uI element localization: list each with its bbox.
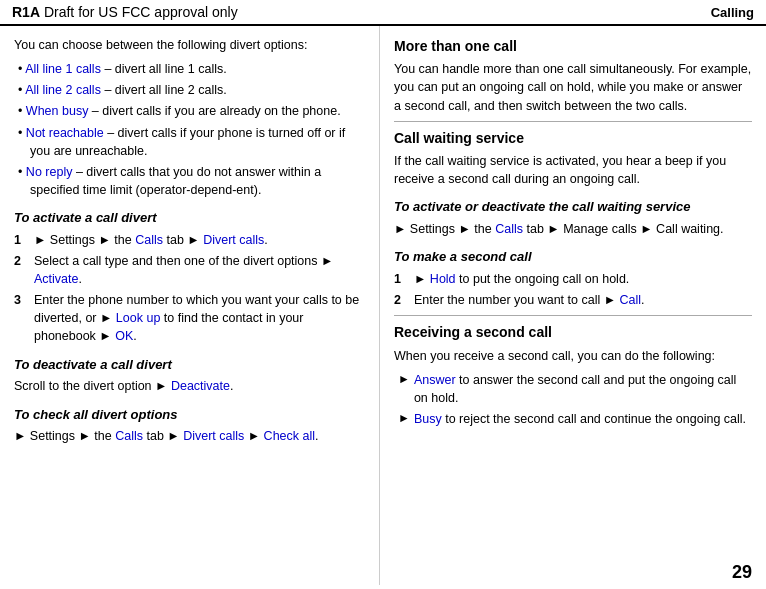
activate-heading: To activate a call divert <box>14 209 365 228</box>
arrow-icon-2: ► <box>398 410 410 427</box>
deactivate-heading: To deactivate a call divert <box>14 356 365 375</box>
second-call-heading: To make a second call <box>394 248 752 267</box>
option-label-5: No reply <box>26 165 73 179</box>
main-content: You can choose between the following div… <box>0 26 766 585</box>
option-label-1: All line 1 calls <box>25 62 101 76</box>
call-waiting-text: If the call waiting service is activated… <box>394 152 752 188</box>
divider-1 <box>394 121 752 122</box>
list-item: When busy – divert calls if you are alre… <box>18 102 365 120</box>
step-3: 3 Enter the phone number to which you wa… <box>14 291 365 345</box>
divider-2 <box>394 315 752 316</box>
activate-steps: 1 ► Settings ► the Calls tab ► Divert ca… <box>14 231 365 346</box>
step-2: 2 Select a call type and then one of the… <box>14 252 365 288</box>
option-text-5: – divert calls that you do not answer wi… <box>30 165 321 197</box>
activate-deactivate-heading: To activate or deactivate the call waiti… <box>394 198 752 217</box>
left-column: You can choose between the following div… <box>0 26 380 585</box>
second-step-1: 1 ► Hold to put the ongoing call on hold… <box>394 270 752 288</box>
check-text: ► Settings ► the Calls tab ► Divert call… <box>14 427 365 445</box>
list-item: All line 2 calls – divert all line 2 cal… <box>18 81 365 99</box>
section-label: Calling <box>711 5 754 20</box>
brand-label: R1A <box>12 4 40 20</box>
options-list: All line 1 calls – divert all line 1 cal… <box>14 60 365 199</box>
receiving-text: When you receive a second call, you can … <box>394 347 752 365</box>
subtitle-label: Draft for US FCC approval only <box>40 4 238 20</box>
arrow-icon-1: ► <box>398 371 410 388</box>
list-item: Not reachable – divert calls if your pho… <box>18 124 365 160</box>
step-1: 1 ► Settings ► the Calls tab ► Divert ca… <box>14 231 365 249</box>
second-call-steps: 1 ► Hold to put the ongoing call on hold… <box>394 270 752 309</box>
activate-deactivate-text: ► Settings ► the Calls tab ► Manage call… <box>394 220 752 238</box>
option-text-2: – divert all line 2 calls. <box>101 83 227 97</box>
header-title: R1A Draft for US FCC approval only <box>12 4 238 20</box>
more-heading: More than one call <box>394 36 752 56</box>
second-step-2: 2 Enter the number you want to call ► Ca… <box>394 291 752 309</box>
list-item: No reply – divert calls that you do not … <box>18 163 365 199</box>
receiving-option-1: ► Answer to answer the second call and p… <box>398 371 752 407</box>
page-number: 29 <box>732 562 752 583</box>
intro-text: You can choose between the following div… <box>14 36 365 54</box>
option-label-3: When busy <box>26 104 89 118</box>
page-header: R1A Draft for US FCC approval only Calli… <box>0 0 766 26</box>
option-text-1: – divert all line 1 calls. <box>101 62 227 76</box>
call-waiting-heading: Call waiting service <box>394 128 752 148</box>
deactivate-text: Scroll to the divert option ► Deactivate… <box>14 377 365 395</box>
receiving-option-2: ► Busy to reject the second call and con… <box>398 410 752 428</box>
receiving-heading: Receiving a second call <box>394 322 752 342</box>
option-label-2: All line 2 calls <box>25 83 101 97</box>
option-label-4: Not reachable <box>26 126 104 140</box>
more-text: You can handle more than one call simult… <box>394 60 752 114</box>
right-column: More than one call You can handle more t… <box>380 26 766 585</box>
option-text-3: – divert calls if you are already on the… <box>88 104 340 118</box>
list-item: All line 1 calls – divert all line 1 cal… <box>18 60 365 78</box>
check-heading: To check all divert options <box>14 406 365 425</box>
receiving-options: ► Answer to answer the second call and p… <box>394 371 752 428</box>
